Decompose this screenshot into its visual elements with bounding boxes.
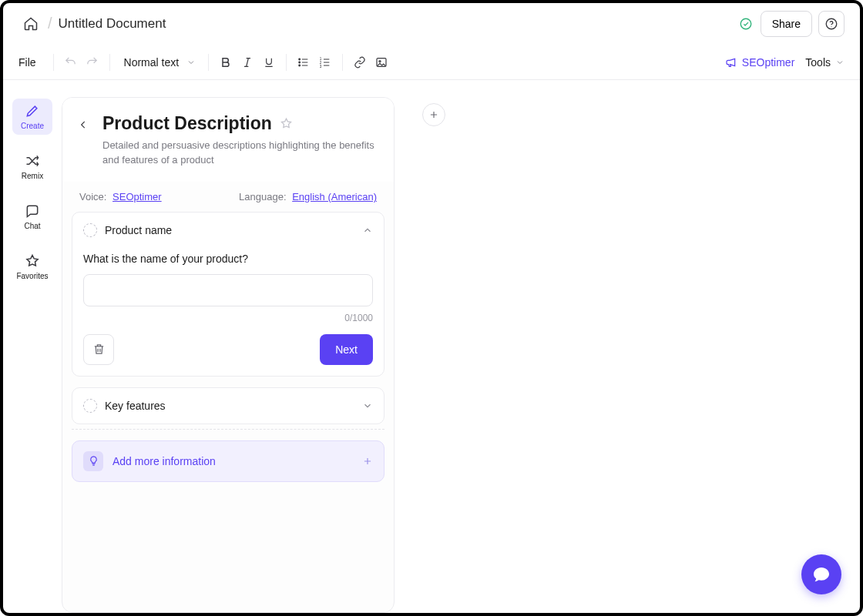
sidebar-item-chat[interactable]: Chat — [12, 199, 52, 235]
step-header[interactable]: Product name — [72, 213, 384, 248]
plus-icon — [362, 456, 373, 467]
list-bulleted-icon — [297, 56, 310, 69]
chevron-down-icon — [186, 58, 196, 67]
megaphone-icon — [725, 56, 737, 69]
insert-block-button[interactable] — [422, 103, 445, 126]
editor-canvas[interactable] — [395, 80, 860, 613]
voice-setting[interactable]: Voice: SEOptimer — [79, 191, 162, 203]
paragraph-style-label: Normal text — [124, 56, 180, 69]
dashed-circle-icon — [83, 399, 97, 413]
divider — [286, 54, 287, 71]
redo-button[interactable] — [82, 52, 103, 73]
undo-button[interactable] — [60, 52, 82, 73]
divider — [342, 54, 343, 71]
back-button[interactable] — [75, 116, 92, 133]
add-more-button[interactable]: Add more information — [72, 440, 384, 482]
italic-icon — [241, 56, 254, 69]
image-button[interactable] — [371, 52, 392, 73]
link-button[interactable] — [349, 52, 371, 73]
step-header[interactable]: Key features — [72, 388, 384, 424]
help-button[interactable] — [818, 11, 845, 37]
svg-text:3: 3 — [320, 64, 322, 68]
voice-value[interactable]: SEOptimer — [112, 191, 162, 203]
add-more-label: Add more information — [112, 455, 353, 467]
step-title: Key features — [105, 400, 354, 412]
star-outline-icon[interactable] — [280, 117, 293, 130]
svg-line-5 — [247, 58, 249, 66]
divider — [109, 54, 110, 71]
lightbulb-icon — [88, 455, 99, 467]
char-counter: 0/1000 — [83, 313, 373, 323]
link-icon — [354, 56, 366, 69]
doc-title[interactable]: Untitled Document — [59, 16, 737, 32]
chevron-up-icon — [362, 225, 373, 236]
sidebar-item-create[interactable]: Create — [12, 99, 52, 135]
svg-point-20 — [379, 60, 381, 62]
delete-button[interactable] — [83, 334, 114, 365]
list-numbered-icon: 123 — [319, 56, 331, 69]
language-setting[interactable]: Language: English (American) — [239, 191, 377, 203]
home-icon — [23, 16, 39, 32]
shuffle-icon — [25, 153, 40, 169]
sidebar-item-label: Create — [21, 122, 44, 130]
star-icon — [25, 253, 40, 269]
seoptimer-label: SEOptimer — [742, 56, 794, 69]
svg-point-2 — [831, 26, 831, 27]
sidebar-item-favorites[interactable]: Favorites — [12, 249, 52, 285]
sidebar-item-remix[interactable]: Remix — [12, 149, 52, 185]
svg-point-8 — [299, 62, 301, 63]
image-icon — [375, 56, 388, 69]
sidebar-item-label: Favorites — [16, 272, 48, 280]
divider — [208, 54, 209, 71]
seoptimer-button[interactable]: SEOptimer — [725, 56, 794, 69]
redo-icon — [86, 55, 99, 69]
home-button[interactable] — [18, 12, 43, 36]
bold-icon — [220, 56, 232, 69]
chat-fab[interactable] — [801, 554, 841, 594]
bold-button[interactable] — [215, 52, 237, 73]
divider — [53, 54, 54, 71]
svg-point-7 — [299, 59, 301, 60]
svg-point-0 — [740, 18, 751, 29]
sync-status — [737, 15, 754, 32]
lightbulb-badge — [83, 451, 103, 471]
step-title: Product name — [105, 224, 354, 236]
chevron-down-icon — [362, 400, 373, 411]
breadcrumb-separator: / — [48, 15, 52, 32]
pencil-icon — [25, 103, 40, 119]
chat-bubble-icon — [812, 565, 831, 584]
dashed-circle-icon — [83, 223, 97, 237]
paragraph-style-select[interactable]: Normal text — [116, 50, 203, 75]
plus-icon — [428, 109, 439, 120]
config-panel: Product Description Detailed and persuas… — [62, 97, 395, 613]
file-menu[interactable]: File — [18, 56, 36, 69]
dashed-divider — [72, 429, 384, 430]
panel-subtitle: Detailed and persuasive descriptions hig… — [102, 139, 377, 168]
numbered-list-button[interactable]: 123 — [314, 52, 336, 73]
step-key-features: Key features — [72, 387, 384, 424]
language-value[interactable]: English (American) — [292, 191, 377, 203]
sidebar: Create Remix Chat Favorites — [3, 80, 62, 613]
tools-menu[interactable]: Tools — [805, 56, 845, 69]
step-question: What is the name of your product? — [83, 253, 373, 265]
help-icon — [824, 17, 838, 31]
next-button[interactable]: Next — [320, 334, 373, 365]
share-button[interactable]: Share — [761, 11, 812, 37]
trash-icon — [92, 343, 106, 356]
underline-icon — [263, 56, 275, 69]
chevron-down-icon — [835, 58, 845, 67]
chat-icon — [25, 203, 40, 219]
chevron-left-icon — [78, 119, 89, 130]
bulleted-list-button[interactable] — [293, 52, 314, 73]
step-product-name: Product name What is the name of your pr… — [72, 212, 384, 377]
panel-title: Product Description — [102, 113, 272, 134]
tools-label: Tools — [805, 56, 831, 69]
check-circle-icon — [739, 17, 753, 31]
sidebar-item-label: Chat — [24, 222, 40, 230]
sidebar-item-label: Remix — [22, 172, 43, 180]
product-name-input[interactable] — [83, 274, 373, 306]
underline-button[interactable] — [258, 52, 280, 73]
undo-icon — [64, 55, 77, 69]
italic-button[interactable] — [237, 52, 258, 73]
svg-point-9 — [299, 65, 301, 66]
